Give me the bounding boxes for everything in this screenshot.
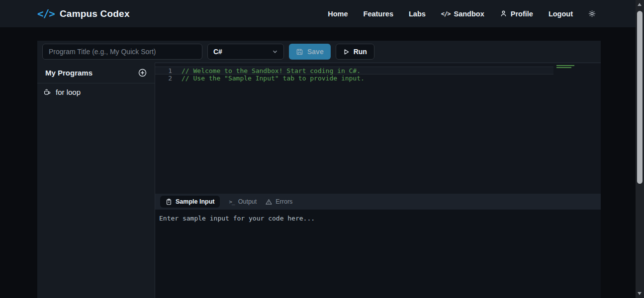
- code-logo-icon: </>: [37, 8, 55, 20]
- tab-errors[interactable]: Errors: [266, 198, 292, 205]
- code-text: // Use the "Sample Input" tab to provide…: [172, 74, 365, 82]
- scroll-down-arrow-icon[interactable]: [638, 292, 642, 295]
- plus-circle-icon: [138, 69, 147, 77]
- code-editor[interactable]: 1 // Welcome to the Sandbox! Start codin…: [155, 63, 601, 194]
- line-number: 1: [155, 67, 172, 74]
- save-icon: [296, 48, 303, 56]
- scroll-up-arrow-icon[interactable]: [638, 3, 642, 6]
- toolbar: C# Save Run: [37, 41, 601, 63]
- browser-scrollbar[interactable]: [636, 0, 644, 298]
- chevron-down-icon: [272, 49, 278, 55]
- theme-toggle-button[interactable]: [588, 10, 596, 17]
- sidebar-title: My Programs: [45, 69, 92, 77]
- sandbox-panel: C# Save Run My Programs: [37, 41, 601, 298]
- warning-icon: [266, 199, 272, 205]
- save-button[interactable]: Save: [289, 44, 331, 60]
- program-list-item[interactable]: for loop: [37, 83, 155, 101]
- programs-sidebar: My Programs for loop: [37, 63, 155, 298]
- java-coffee-cup-icon: [43, 88, 51, 96]
- clipboard-icon: [166, 199, 172, 205]
- code-icon: </>: [441, 10, 451, 17]
- content-split: My Programs for loop: [37, 63, 601, 298]
- nav-link-logout[interactable]: Logout: [549, 10, 573, 18]
- language-selected-value: C#: [213, 48, 222, 56]
- nav-link-features[interactable]: Features: [364, 10, 393, 18]
- editor-column: 1 // Welcome to the Sandbox! Start codin…: [155, 63, 601, 298]
- program-title-input[interactable]: [42, 44, 202, 60]
- sun-icon: [588, 10, 596, 17]
- minimap-line-mark: [556, 65, 574, 66]
- language-select[interactable]: C#: [207, 44, 284, 60]
- nav-link-profile[interactable]: Profile: [500, 10, 533, 18]
- nav-link-sandbox[interactable]: </> Sandbox: [441, 10, 484, 18]
- tab-output[interactable]: >_ Output: [229, 198, 257, 205]
- io-tabbar: Sample Input >_ Output Errors: [155, 194, 601, 210]
- scrollbar-thumb[interactable]: [637, 11, 643, 184]
- user-icon: [500, 10, 507, 17]
- sample-input-panel: [155, 210, 601, 298]
- editor-minimap[interactable]: [553, 64, 599, 93]
- navbar: </> Campus Codex Home Features Labs </> …: [0, 0, 636, 27]
- brand-name: Campus Codex: [60, 8, 130, 19]
- add-program-button[interactable]: [138, 69, 147, 77]
- code-text: // Welcome to the Sandbox! Start coding …: [172, 67, 361, 74]
- nav-links: Home Features Labs </> Sandbox Profile L…: [328, 10, 596, 18]
- sample-input-textarea[interactable]: [155, 210, 601, 298]
- line-number: 2: [155, 74, 172, 82]
- sidebar-header: My Programs: [37, 63, 155, 83]
- code-line: 1 // Welcome to the Sandbox! Start codin…: [155, 67, 553, 74]
- brand[interactable]: </> Campus Codex: [37, 8, 130, 20]
- tab-sample-input[interactable]: Sample Input: [160, 196, 220, 208]
- play-icon: [343, 49, 350, 55]
- minimap-line-mark: [556, 67, 571, 68]
- terminal-icon: >_: [229, 199, 234, 205]
- nav-link-home[interactable]: Home: [328, 10, 348, 18]
- run-button[interactable]: Run: [336, 44, 374, 60]
- nav-link-labs[interactable]: Labs: [409, 10, 426, 18]
- code-line: 2 // Use the "Sample Input" tab to provi…: [155, 74, 601, 82]
- program-item-label: for loop: [56, 88, 81, 96]
